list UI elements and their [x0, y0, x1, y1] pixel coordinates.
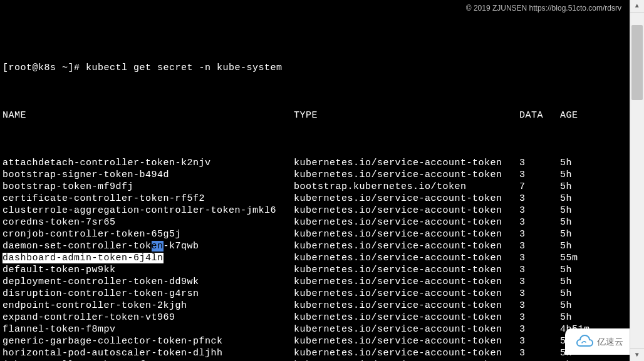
- cell-type: kubernetes.io/service-account-token: [294, 312, 519, 323]
- table-row: bootstrap-token-mf9dfjbootstrap.kubernet…: [3, 181, 625, 193]
- terminal-window[interactable]: © 2019 ZJUNSEN https://blog.51cto.com/rd…: [0, 0, 630, 353]
- table-row: bootstrap-signer-token-b494dkubernetes.i…: [3, 169, 625, 181]
- table-row: deployment-controller-token-dd9wkkuberne…: [3, 276, 625, 288]
- cell-type: kubernetes.io/service-account-token: [294, 205, 519, 216]
- cell-age: 5h: [560, 276, 572, 288]
- cell-age: 5h: [560, 169, 572, 181]
- cell-type: kubernetes.io/service-account-token: [294, 323, 519, 335]
- cell-data: 3: [519, 276, 560, 288]
- cell-age: 5h: [560, 216, 572, 228]
- cell-name: coredns-token-7sr65: [3, 216, 294, 228]
- cell-data: 3: [519, 264, 560, 276]
- cell-age: 5h: [560, 205, 572, 216]
- cell-data: 3: [519, 312, 560, 323]
- cell-data: 3: [519, 157, 560, 169]
- highlighted-secret: dashboard-admin-token-6j4ln: [3, 253, 164, 263]
- cell-type: kubernetes.io/service-account-token: [294, 240, 519, 252]
- cell-type: bootstrap.kubernetes.io/token: [294, 181, 519, 193]
- cell-name: dashboard-admin-token-6j4ln: [3, 252, 294, 264]
- cell-name: endpoint-controller-token-2kjgh: [3, 300, 294, 312]
- cell-type: kubernetes.io/service-account-token: [294, 169, 519, 181]
- table-row: daemon-set-controller-token-k7qwbkuberne…: [3, 240, 625, 252]
- cell-name: deployment-controller-token-dd9wk: [3, 276, 294, 288]
- cell-age: 5h: [560, 157, 572, 169]
- cell-data: 3: [519, 288, 560, 300]
- cell-name: clusterrole-aggregation-controller-token…: [3, 205, 294, 216]
- cell-type: kubernetes.io/service-account-token: [294, 300, 519, 312]
- table-row: clusterrole-aggregation-controller-token…: [3, 205, 625, 216]
- table-header: NAMETYPEDATAAGE: [3, 109, 625, 121]
- scrollbar-vertical[interactable]: ▲ ▼: [630, 0, 644, 361]
- cell-age: 5h: [560, 228, 572, 240]
- cell-type: kubernetes.io/service-account-token: [294, 193, 519, 205]
- cell-name: horizontal-pod-autoscaler-token-dljhh: [3, 347, 294, 359]
- table-row: cronjob-controller-token-65g5jkubernetes…: [3, 228, 625, 240]
- cell-data: 3: [519, 300, 560, 312]
- col-header-data: DATA: [519, 109, 560, 121]
- prompt-line: [root@k8s ~]# kubectl get secret -n kube…: [3, 62, 625, 74]
- cell-type: kubernetes.io/service-account-token: [294, 276, 519, 288]
- cell-type: kubernetes.io/service-account-token: [294, 228, 519, 240]
- table-row: expand-controller-token-vt969kubernetes.…: [3, 312, 625, 323]
- scroll-thumb[interactable]: [631, 25, 643, 100]
- col-header-name: NAME: [3, 109, 294, 121]
- cell-type: kubernetes.io/service-account-token: [294, 288, 519, 300]
- cell-name: attachdetach-controller-token-k2njv: [3, 157, 294, 169]
- table-row: horizontal-pod-autoscaler-token-dljhhkub…: [3, 347, 625, 359]
- cell-age: 5h: [560, 240, 572, 252]
- logo-text: 亿速云: [597, 336, 623, 348]
- cell-name: flannel-token-f8mpv: [3, 323, 294, 335]
- cell-name: daemon-set-controller-token-k7qwb: [3, 240, 294, 252]
- cell-age: 5h: [560, 312, 572, 323]
- cell-age: 5h: [560, 288, 572, 300]
- cell-type: kubernetes.io/service-account-token: [294, 347, 519, 359]
- cell-data: 3: [519, 240, 560, 252]
- cell-data: 3: [519, 252, 560, 264]
- table-body: attachdetach-controller-token-k2njvkuber…: [3, 157, 625, 361]
- cell-name: bootstrap-token-mf9dfj: [3, 181, 294, 193]
- cell-data: 3: [519, 193, 560, 205]
- cell-age: 5h: [560, 181, 572, 193]
- cell-type: kubernetes.io/service-account-token: [294, 157, 519, 169]
- cell-age: 5h: [560, 300, 572, 312]
- table-row: endpoint-controller-token-2kjghkubernete…: [3, 300, 625, 312]
- cell-name: bootstrap-signer-token-b494d: [3, 169, 294, 181]
- cell-name: default-token-pw9kk: [3, 264, 294, 276]
- table-row: generic-garbage-collector-token-pfnckkub…: [3, 335, 625, 347]
- cloud-icon: [576, 335, 595, 348]
- cell-data: 3: [519, 228, 560, 240]
- cell-age: 5h: [560, 193, 572, 205]
- cell-name: certificate-controller-token-rf5f2: [3, 193, 294, 205]
- text-selection: en: [152, 241, 164, 252]
- table-row: flannel-token-f8mpvkubernetes.io/service…: [3, 323, 625, 335]
- table-row: disruption-controller-token-g4rsnkuberne…: [3, 288, 625, 300]
- site-logo: 亿速云: [565, 328, 634, 355]
- prompt-command: kubectl get secret -n kube-system: [80, 63, 283, 73]
- cell-data: 3: [519, 335, 560, 347]
- table-row: default-token-pw9kkkubernetes.io/service…: [3, 264, 625, 276]
- table-row: certificate-controller-token-rf5f2kubern…: [3, 193, 625, 205]
- cell-age: 55m: [560, 252, 578, 264]
- table-row: dashboard-admin-token-6j4lnkubernetes.io…: [3, 252, 625, 264]
- table-row: coredns-token-7sr65kubernetes.io/service…: [3, 216, 625, 228]
- cell-data: 3: [519, 347, 560, 359]
- cell-data: 3: [519, 216, 560, 228]
- scroll-down-button[interactable]: ▼: [630, 348, 644, 361]
- cell-type: kubernetes.io/service-account-token: [294, 264, 519, 276]
- cell-data: 7: [519, 181, 560, 193]
- cell-name: expand-controller-token-vt969: [3, 312, 294, 323]
- col-header-age: AGE: [560, 109, 578, 121]
- cell-data: 3: [519, 169, 560, 181]
- cell-data: 3: [519, 323, 560, 335]
- scroll-up-button[interactable]: ▲: [630, 0, 644, 13]
- table-row: attachdetach-controller-token-k2njvkuber…: [3, 157, 625, 169]
- cell-age: 5h: [560, 264, 572, 276]
- cell-name: generic-garbage-collector-token-pfnck: [3, 335, 294, 347]
- col-header-type: TYPE: [294, 109, 519, 121]
- watermark-text: © 2019 ZJUNSEN https://blog.51cto.com/rd…: [466, 3, 621, 14]
- cell-name: cronjob-controller-token-65g5j: [3, 228, 294, 240]
- cell-name: disruption-controller-token-g4rsn: [3, 288, 294, 300]
- cell-data: 3: [519, 205, 560, 216]
- cell-type: kubernetes.io/service-account-token: [294, 252, 519, 264]
- cell-type: kubernetes.io/service-account-token: [294, 216, 519, 228]
